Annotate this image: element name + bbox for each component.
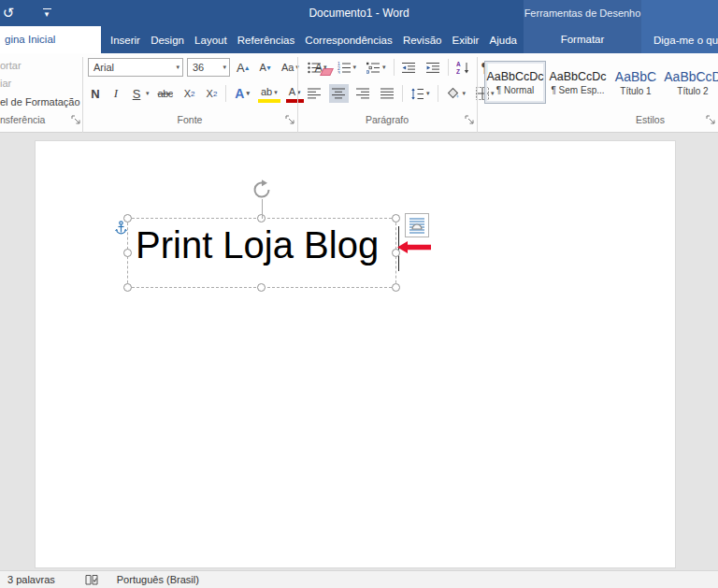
underline-button[interactable]: S [129, 84, 144, 103]
customize-quick-access-icon[interactable]: ▾ [36, 8, 57, 18]
subscript-button[interactable]: X2 [181, 84, 198, 103]
handle-top-right[interactable] [392, 214, 400, 222]
chevron-down-icon: ▾ [426, 90, 430, 97]
tab-design[interactable]: Design [151, 35, 184, 46]
align-left-icon [308, 88, 322, 99]
rotate-handle-icon[interactable] [251, 179, 273, 201]
tab-formatar[interactable]: Formatar [524, 26, 641, 53]
layout-options-icon [408, 216, 426, 235]
chevron-down-icon: ▾ [323, 64, 327, 71]
ribbon-tabs: Inserir Design Layout Referências Corres… [110, 26, 517, 53]
shading-button[interactable]: ▾ [443, 84, 469, 103]
font-color-button[interactable]: A▾ [286, 84, 304, 103]
format-painter-button[interactable]: el de Formatação [0, 96, 80, 108]
svg-text:A: A [456, 61, 461, 67]
sort-button[interactable]: A Z [453, 58, 473, 77]
document-canvas: Print Loja Blog [0, 133, 718, 570]
styles-dialog-launcher-icon[interactable] [706, 115, 716, 125]
increase-indent-button[interactable] [424, 58, 443, 77]
word-window: ↺ ▾ Documento1 - Word Ferramentas de Des… [0, 0, 718, 588]
red-pointer-arrow [397, 241, 431, 253]
tab-ajuda[interactable]: Ajuda [490, 35, 517, 46]
handle-middle-left[interactable] [123, 249, 132, 257]
line-spacing-button[interactable]: ▾ [408, 84, 433, 103]
chevron-down-icon: ▾ [463, 90, 467, 97]
tab-home[interactable]: gina Inicial [0, 26, 101, 53]
handle-bottom-right[interactable] [392, 283, 400, 292]
outdent-icon [402, 62, 416, 74]
chevron-down-icon: ▾ [176, 64, 180, 71]
undo-icon[interactable]: ↺ [0, 5, 20, 22]
title-bar: ↺ ▾ Documento1 - Word Ferramentas de Des… [0, 0, 718, 26]
tab-layout[interactable]: Layout [194, 35, 227, 46]
align-center-icon [332, 88, 346, 99]
justify-icon [381, 88, 395, 99]
paragraph-row-1: ▾ 123 ▾ ▾ [305, 58, 493, 77]
align-right-icon [356, 88, 370, 99]
indent-icon [426, 62, 440, 74]
language-indicator[interactable]: Português (Brasil) [117, 574, 199, 585]
decrease-indent-button[interactable] [399, 58, 419, 77]
clipboard-dialog-launcher-icon[interactable] [71, 115, 81, 125]
tab-revisao[interactable]: Revisão [403, 35, 442, 46]
svg-text:3: 3 [337, 69, 340, 74]
multilevel-list-button[interactable]: ▾ [364, 58, 389, 77]
anchor-icon [115, 221, 127, 235]
paragraph-row-2: ▾ ▾ ▾ [305, 84, 497, 103]
window-title: Documento1 - Word [309, 0, 409, 26]
style-titulo-2[interactable]: AaBbCcD Título 2 [665, 61, 718, 104]
chevron-down-icon: ▾ [274, 87, 278, 97]
word-count[interactable]: 3 palavras [7, 574, 55, 585]
ribbon: ortar iar el de Formatação nsferência Ar… [0, 53, 718, 133]
tab-correspondencias[interactable]: Correspondências [305, 35, 392, 46]
superscript-button[interactable]: X2 [204, 84, 221, 103]
triangle-up-icon: ▲ [244, 65, 251, 71]
italic-button[interactable]: I [108, 84, 123, 103]
font-row-2: N I S ▾ abc X2 X2 A▾ ab▾ A▾ [88, 84, 304, 103]
font-name-combobox[interactable]: Arial ▾ [88, 58, 183, 77]
style-sem-espacamento[interactable]: AaBbCcDc ¶ Sem Esp... [549, 61, 607, 104]
font-group-label: Fonte [82, 114, 297, 125]
justify-button[interactable] [378, 84, 397, 103]
font-size-combobox[interactable]: 36 ▾ [187, 58, 230, 77]
tab-exibir[interactable]: Exibir [452, 35, 480, 46]
align-left-button[interactable] [305, 84, 324, 103]
numbered-list-icon: 123 [337, 62, 352, 74]
copy-button[interactable]: iar [0, 78, 11, 89]
quick-access-toolbar: ↺ ▾ [0, 0, 57, 26]
sort-az-icon: A Z [456, 61, 470, 74]
tab-referencias[interactable]: Referências [237, 35, 294, 46]
tell-me-search[interactable]: Diga-me o qu [641, 26, 718, 53]
font-dialog-launcher-icon[interactable] [285, 115, 295, 125]
layout-options-button[interactable] [405, 213, 429, 237]
styles-gallery: AaBbCcDc ¶ Normal AaBbCcDc ¶ Sem Esp... … [484, 61, 718, 104]
proofing-book-icon[interactable] [85, 574, 98, 586]
chevron-down-icon: ▾ [382, 64, 386, 71]
shrink-font-button[interactable]: A▼ [257, 58, 275, 77]
document-page[interactable]: Print Loja Blog [35, 140, 676, 568]
text-effects-button[interactable]: A▾ [232, 84, 252, 103]
change-case-button[interactable]: Aa▾ [279, 58, 302, 77]
status-bar: 3 palavras Português (Brasil) [0, 570, 718, 588]
chevron-down-icon[interactable]: ▾ [146, 90, 150, 97]
handle-bottom-left[interactable] [123, 283, 132, 292]
cut-button[interactable]: ortar [0, 60, 22, 71]
style-normal[interactable]: AaBbCcDc ¶ Normal [484, 61, 546, 104]
strikethrough-button[interactable]: abc [155, 84, 176, 103]
paragraph-dialog-launcher-icon[interactable] [465, 115, 475, 125]
align-right-button[interactable] [353, 84, 373, 103]
tab-inserir[interactable]: Inserir [110, 35, 140, 46]
textbox-text[interactable]: Print Loja Blog [136, 224, 379, 266]
numbering-button[interactable]: 123 ▾ [335, 58, 360, 77]
bullets-button[interactable]: ▾ [305, 58, 330, 77]
selected-textbox[interactable]: Print Loja Blog [127, 218, 396, 288]
titlebar-right-corner [641, 0, 718, 26]
bold-button[interactable]: N [88, 84, 103, 103]
style-titulo-1[interactable]: AaBbC Título 1 [610, 61, 662, 104]
chevron-down-icon: ▾ [353, 64, 357, 71]
align-center-button[interactable] [329, 84, 349, 103]
grow-font-button[interactable]: A▲ [234, 58, 253, 77]
text-highlight-button[interactable]: ab▾ [258, 84, 280, 103]
handle-bottom-center[interactable] [257, 283, 266, 292]
styles-group-label: Estilos [636, 114, 701, 125]
